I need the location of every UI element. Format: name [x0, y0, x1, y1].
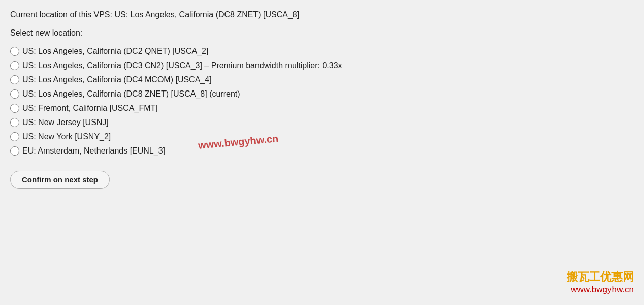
- list-item: US: Los Angeles, California (DC8 ZNET) […: [10, 89, 634, 99]
- location-radio-3[interactable]: [10, 75, 19, 84]
- location-radio-6[interactable]: [10, 118, 19, 127]
- watermark: 搬瓦工优惠网 www.bwgyhw.cn: [567, 269, 634, 295]
- location-label-5[interactable]: US: Fremont, California [USCA_FMT]: [22, 104, 158, 113]
- location-radio-2[interactable]: [10, 61, 19, 70]
- list-item: US: Los Angeles, California (DC3 CN2) [U…: [10, 61, 634, 70]
- location-label-1[interactable]: US: Los Angeles, California (DC2 QNET) […: [22, 47, 208, 56]
- list-item: US: Fremont, California [USCA_FMT]: [10, 104, 634, 113]
- location-radio-8[interactable]: [10, 146, 19, 156]
- location-radio-7[interactable]: [10, 132, 19, 141]
- watermark-line1: 搬瓦工优惠网: [567, 269, 634, 285]
- location-label-8[interactable]: EU: Amsterdam, Netherlands [EUNL_3]: [22, 146, 165, 156]
- select-label: Select new location:: [10, 28, 634, 38]
- location-label-3[interactable]: US: Los Angeles, California (DC4 MCOM) […: [22, 75, 212, 84]
- list-item: US: New York [USNY_2]: [10, 132, 634, 141]
- list-item: US: Los Angeles, California (DC4 MCOM) […: [10, 75, 634, 84]
- current-location-text: Current location of this VPS: US: Los An…: [10, 10, 634, 19]
- list-item: EU: Amsterdam, Netherlands [EUNL_3]: [10, 146, 634, 156]
- watermark-line2: www.bwgyhw.cn: [567, 285, 634, 295]
- location-radio-1[interactable]: [10, 47, 19, 56]
- location-radio-4[interactable]: [10, 89, 19, 99]
- list-item: US: Los Angeles, California (DC2 QNET) […: [10, 47, 634, 56]
- location-label-7[interactable]: US: New York [USNY_2]: [22, 132, 111, 141]
- list-item: US: New Jersey [USNJ]: [10, 118, 634, 127]
- location-label-4[interactable]: US: Los Angeles, California (DC8 ZNET) […: [22, 89, 240, 99]
- location-radio-5[interactable]: [10, 104, 19, 113]
- location-list: US: Los Angeles, California (DC2 QNET) […: [10, 47, 634, 156]
- confirm-button[interactable]: Confirm on next step: [10, 171, 110, 189]
- location-label-6[interactable]: US: New Jersey [USNJ]: [22, 118, 109, 127]
- location-label-2[interactable]: US: Los Angeles, California (DC3 CN2) [U…: [22, 61, 342, 70]
- main-container: Current location of this VPS: US: Los An…: [0, 0, 644, 199]
